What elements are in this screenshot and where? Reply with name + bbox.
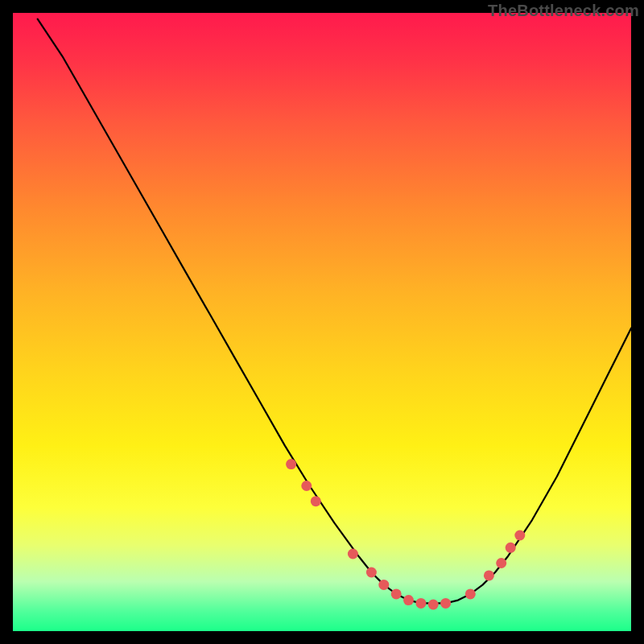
curve-path	[38, 19, 631, 604]
data-dot	[440, 598, 451, 609]
chart-svg	[13, 13, 631, 631]
chart-frame	[13, 13, 631, 631]
data-dot	[465, 588, 476, 599]
data-dot	[366, 568, 377, 578]
highlighted-dots	[286, 459, 525, 609]
bottleneck-curve	[38, 19, 631, 604]
data-dot	[506, 543, 516, 553]
data-dot	[484, 570, 494, 580]
data-dot	[286, 459, 296, 469]
data-dot	[496, 558, 506, 568]
data-dot	[301, 481, 312, 491]
data-dot	[415, 598, 426, 609]
data-dot	[311, 496, 321, 506]
data-dot	[428, 600, 439, 610]
data-dot	[403, 595, 414, 605]
data-dot	[391, 588, 402, 599]
watermark-text: TheBottleneck.com	[488, 2, 639, 20]
data-dot	[378, 580, 389, 590]
data-dot	[348, 549, 358, 559]
data-dot	[514, 530, 525, 541]
